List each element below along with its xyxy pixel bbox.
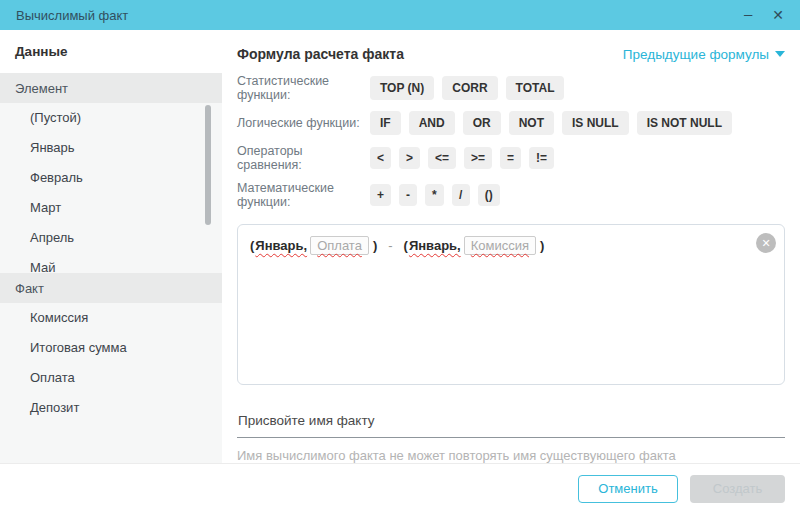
fact-list-item[interactable]: Комиссия (0, 303, 222, 333)
formula-token: Январь, (409, 238, 461, 253)
function-button[interactable]: () (478, 184, 500, 206)
element-list-item[interactable]: Февраль (0, 163, 222, 193)
previous-formulas-label: Предыдущие формулы (623, 47, 769, 62)
formula-token: - (388, 238, 392, 253)
title-bar: Вычислимый факт – ✕ (0, 0, 800, 30)
formula-panel: Формула расчета факта Предыдущие формулы… (222, 30, 800, 463)
fact-list-item[interactable]: Депозит (0, 393, 222, 423)
function-button[interactable]: > (399, 147, 420, 169)
previous-formulas-link[interactable]: Предыдущие формулы (623, 47, 785, 62)
function-button[interactable]: = (500, 147, 521, 169)
function-button[interactable]: - (399, 184, 417, 206)
function-button[interactable]: IS NOT NULL (637, 111, 732, 135)
formula-field-chip[interactable]: Комиссия (464, 236, 536, 255)
formula-token: Январь, (255, 238, 307, 253)
function-row-label: Статистические функции: (237, 74, 370, 102)
function-button[interactable]: NOT (509, 111, 554, 135)
dialog-body: Данные Элемент (Пустой)ЯнварьФевральМарт… (0, 30, 800, 463)
formula-content: (Январь,Оплата)-(Январь,Комиссия) (249, 236, 750, 255)
formula-field-chip[interactable]: Оплата (310, 236, 369, 255)
function-row: Математические функции:+-*/() (237, 181, 785, 209)
window-title: Вычислимый факт (16, 8, 744, 23)
sidebar-title: Данные (0, 30, 222, 73)
function-button[interactable]: >= (464, 147, 492, 169)
cancel-button[interactable]: Отменить (578, 475, 678, 503)
dialog-window: Вычислимый факт – ✕ Данные Элемент (Пуст… (0, 0, 800, 513)
element-list: (Пустой)ЯнварьФевральМартАпрельМай (0, 103, 222, 273)
fact-list: КомиссияИтоговая суммаОплатаДепозит (0, 303, 222, 463)
element-list-item[interactable]: Январь (0, 133, 222, 163)
panel-title: Формула расчета факта (237, 46, 404, 62)
function-button[interactable]: OR (463, 111, 501, 135)
function-button[interactable]: / (452, 184, 470, 206)
scrollbar-thumb[interactable] (205, 105, 211, 225)
fact-name-hint: Имя вычислимого факта не может повторять… (237, 448, 785, 463)
formula-token: ( (404, 238, 408, 253)
chevron-down-icon (775, 51, 785, 57)
function-button[interactable]: CORR (442, 76, 497, 100)
function-button[interactable]: <= (428, 147, 456, 169)
element-list-item[interactable]: (Пустой) (0, 103, 222, 133)
fact-name-input[interactable] (237, 407, 785, 438)
clear-formula-icon[interactable]: ✕ (756, 233, 776, 253)
section-header-element[interactable]: Элемент (0, 73, 222, 103)
formula-token: ( (250, 238, 254, 253)
function-row-label: Логические функции: (237, 116, 370, 130)
element-list-item[interactable]: Май (0, 253, 222, 273)
function-button[interactable]: IS NULL (562, 111, 629, 135)
create-button[interactable]: Создать (690, 475, 785, 503)
formula-token: ) (373, 238, 377, 253)
function-button[interactable]: != (529, 147, 554, 169)
fact-list-item[interactable]: Оплата (0, 363, 222, 393)
function-button[interactable]: TOP (N) (370, 76, 434, 100)
function-button[interactable]: < (370, 147, 391, 169)
function-rows: Статистические функции:TOP (N)CORRTOTALЛ… (237, 74, 785, 218)
function-button[interactable]: AND (409, 111, 455, 135)
element-list-item[interactable]: Апрель (0, 223, 222, 253)
function-button[interactable]: * (425, 184, 444, 206)
fact-list-item[interactable]: Итоговая сумма (0, 333, 222, 363)
element-list-item[interactable]: Март (0, 193, 222, 223)
function-button[interactable]: + (370, 184, 391, 206)
formula-token: ) (540, 238, 544, 253)
minimize-icon[interactable]: – (744, 6, 752, 21)
function-row: Логические функции:IFANDORNOTIS NULLIS N… (237, 111, 785, 135)
function-row: Статистические функции:TOP (N)CORRTOTAL (237, 74, 785, 102)
dialog-footer: Отменить Создать (0, 463, 800, 513)
section-header-fact[interactable]: Факт (0, 273, 222, 303)
close-icon[interactable]: ✕ (772, 8, 784, 22)
formula-editor[interactable]: (Январь,Оплата)-(Январь,Комиссия) ✕ (237, 224, 785, 385)
function-button[interactable]: TOTAL (506, 76, 565, 100)
function-row-label: Операторы сравнения: (237, 144, 370, 172)
function-row-label: Математические функции: (237, 181, 370, 209)
data-sidebar: Данные Элемент (Пустой)ЯнварьФевральМарт… (0, 30, 222, 463)
function-row: Операторы сравнения:<><=>==!= (237, 144, 785, 172)
function-button[interactable]: IF (370, 111, 401, 135)
